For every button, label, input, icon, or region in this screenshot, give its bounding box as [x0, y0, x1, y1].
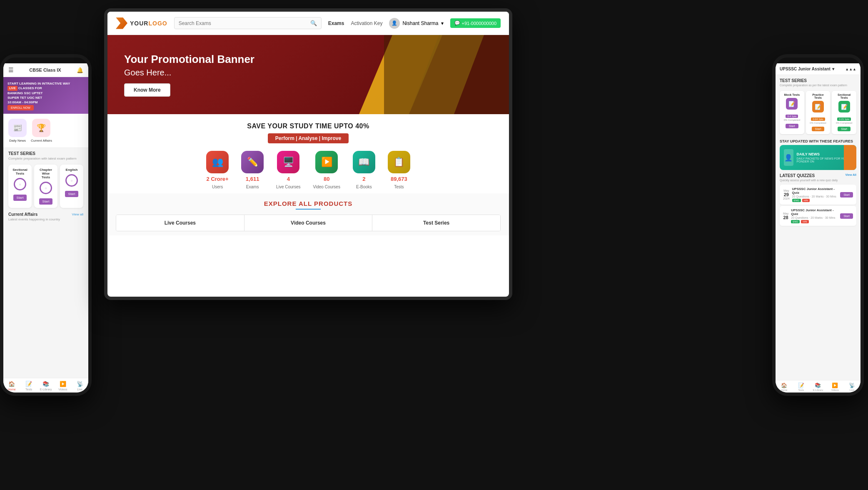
current-affairs-subtitle: Latest events happening in country: [3, 218, 88, 224]
phone-banner-left: START LEARNING IN INTRACTIVE WAY LIVE CL…: [3, 77, 88, 114]
activation-key-link[interactable]: Activation Key: [351, 20, 382, 26]
practice-tests-title: Practice Tests: [808, 93, 828, 99]
latest-quizzes-subtitle: Quickly assess yourself with a new quiz …: [776, 179, 861, 183]
rpn-elibrary[interactable]: 📚 E-Library: [810, 382, 827, 391]
quiz-1-start-btn[interactable]: Start: [840, 192, 853, 198]
quiz-2-start-btn[interactable]: Start: [840, 213, 853, 219]
rpn-live[interactable]: 📡 Live: [843, 382, 861, 391]
live-courses-label: Live Courses: [276, 185, 300, 189]
nav-videos[interactable]: ▶️ Videos: [54, 381, 71, 391]
chevron-down-icon: ▾: [832, 67, 834, 71]
nav-tests[interactable]: 📝 Tests: [20, 381, 37, 391]
nav-home[interactable]: 🏠 Home: [3, 381, 20, 391]
notification-icon[interactable]: 🔔: [77, 67, 83, 73]
rpn-home[interactable]: 🏠 Home: [776, 382, 793, 391]
right-test-subtitle: Complete preparation as per the latest e…: [776, 84, 861, 89]
hin-tag: HIN: [802, 199, 810, 202]
search-bar[interactable]: 🔍: [174, 17, 322, 29]
english-card[interactable]: English ○ Start: [60, 165, 83, 208]
exam-selector[interactable]: UPSSSC Junior Assistant ▾: [780, 67, 834, 71]
rpn-tests[interactable]: 📝 Tests: [793, 382, 810, 391]
phone-class-title: CBSE Class IX: [29, 68, 61, 72]
sectional-card[interactable]: Sectional Tests 📝 0-21 1pts 0% Completed…: [832, 91, 856, 134]
ebooks-label: E-Books: [356, 185, 372, 189]
current-affairs-label: Current Affairs: [31, 139, 52, 142]
view-all-link[interactable]: View all: [72, 212, 83, 216]
right-mobile-phone: UPSSSC Junior Assistant ▾ ▲▲▲ TEST SERIE…: [772, 54, 864, 396]
chapter-wise-circle: ○: [40, 182, 52, 194]
phone-number[interactable]: 💬 +91-0000000000: [450, 18, 501, 28]
daily-news-avatar: 👤: [784, 149, 793, 166]
ebooks-icon: 📖: [353, 151, 375, 173]
test-cards-row: Sectional Tests ○ Start Chapter Wise Tes…: [3, 163, 88, 210]
live-icon: 📡: [77, 381, 83, 387]
quiz-item-1[interactable]: May 29 2024 UPSSSC Junior Assistant - Qu…: [780, 185, 856, 205]
view-all-quizzes-link[interactable]: View All: [846, 173, 856, 176]
sectional-tests-card[interactable]: Sectional Tests ○ Start: [8, 165, 32, 208]
eng-tag-2: ENG: [791, 220, 800, 223]
sectional-progress: 0% Completed: [834, 122, 854, 124]
sectional-tests-name: Sectional Tests: [12, 168, 28, 175]
nav-live[interactable]: 📡 Live: [71, 381, 88, 391]
stat-tests: 📋 89,673 Tests: [388, 151, 410, 189]
video-courses-icon: ▶️: [315, 151, 338, 173]
elibrary-icon: 📚: [42, 381, 49, 387]
sectional-start-btn[interactable]: Start: [838, 127, 851, 131]
mock-tests-start-btn[interactable]: Start: [786, 124, 798, 128]
sectional-title: Sectional Tests: [834, 93, 854, 99]
stats-row: 👥 2 Crore+ Users ✏️ 1,611 Exams 🖥️ 4 Liv…: [116, 151, 501, 189]
sectional-badge: 0-21 1pts: [837, 118, 851, 121]
daily-news-card[interactable]: 👤 DAILY NEWS DAILY PACKETS OF NEWS FOR Y…: [780, 145, 856, 170]
logo-area: YOURLOGO: [116, 18, 167, 29]
product-tabs: Live Courses Video Courses Test Series: [116, 215, 501, 231]
quiz-1-date: May 29 2024: [783, 189, 790, 200]
current-affairs-icon: 🏆: [32, 119, 50, 137]
avatar: 👤: [389, 18, 400, 29]
website-content: YOURLOGO 🔍 Exams Activation Key 👤 Nishan…: [107, 12, 509, 297]
chapter-wise-start-btn[interactable]: Start: [39, 198, 53, 205]
search-input[interactable]: [179, 20, 308, 26]
quiz-1-info: UPSSSC Junior Assistant - Quiz 20 Questi…: [792, 187, 841, 202]
banner-text-area: Your Promotional Banner Goes Here... Kno…: [124, 52, 254, 97]
mock-tests-card[interactable]: Mock Tests 📝 0-4 1pts 0% Completed Start: [780, 91, 804, 134]
rpn-videos-icon: ▶️: [832, 382, 838, 388]
know-more-button[interactable]: Know More: [124, 83, 170, 97]
enroll-now-button[interactable]: ENROLL NOW: [7, 105, 34, 110]
practice-tests-progress: 0% Completed: [808, 122, 828, 124]
daily-news-icon-card[interactable]: 📰 Daily News: [8, 119, 27, 142]
eng-tag: ENG: [792, 199, 801, 202]
practice-tests-start-btn[interactable]: Start: [812, 127, 825, 131]
exams-icon: ✏️: [241, 151, 264, 173]
perform-badge: Perform | Analyse | Improve: [268, 133, 349, 143]
tab-test-series[interactable]: Test Series: [372, 215, 500, 231]
sectional-tests-start-btn[interactable]: Start: [13, 195, 27, 201]
test-series-title: TEST SERIES: [3, 148, 88, 157]
chapter-wise-tests-card[interactable]: Chapter Wise Tests ○ Start: [34, 165, 57, 208]
current-affairs-icon-card[interactable]: 🏆 Current Affairs: [31, 119, 52, 142]
features-title: STAY UPDATED WITH THESE FEATURES: [776, 136, 861, 145]
stat-live-courses: 🖥️ 4 Live Courses: [276, 151, 300, 189]
left-mobile-phone: ☰ CBSE Class IX 🔔 START LEARNING IN INTR…: [0, 54, 92, 396]
banner-subtitle: Goes Here...: [124, 68, 254, 78]
stats-section: SAVE YOUR STUDY TIME UPTO 40% Perform | …: [107, 114, 509, 193]
english-name: English: [63, 168, 80, 172]
users-count: 2 Crore+: [207, 176, 229, 182]
nav-elibrary[interactable]: 📚 E-Library: [37, 381, 55, 391]
exams-nav-item[interactable]: Exams: [328, 20, 344, 26]
monitor-frame: YOURLOGO 🔍 Exams Activation Key 👤 Nishan…: [104, 8, 512, 300]
menu-icon[interactable]: ☰: [8, 67, 14, 73]
mock-tests-badge: 0-4 1pts: [786, 115, 798, 118]
user-menu[interactable]: 👤 Nishant Sharma ▾: [389, 18, 443, 29]
quiz-item-2[interactable]: May 28 UPSSSC Junior Assistant - Quiz 20…: [780, 206, 856, 226]
english-start-btn[interactable]: Start: [65, 191, 79, 197]
quiz-2-date: May 28: [783, 212, 788, 220]
hin-tag-2: HIN: [801, 220, 808, 223]
rpn-tests-icon: 📝: [798, 382, 804, 388]
rpn-videos[interactable]: ▶️ Videos: [826, 382, 843, 391]
practice-tests-card[interactable]: Practice Tests 📝 0-94 1pts 0% Completed …: [806, 91, 831, 134]
tab-live-courses[interactable]: Live Courses: [116, 215, 244, 231]
tab-video-courses[interactable]: Video Courses: [244, 215, 373, 231]
explore-title: EXPLORE ALL PRODUCTS: [116, 200, 501, 207]
quiz-2-info: UPSSSC Junior Assistant - Quiz 20 Questi…: [791, 208, 840, 223]
phone-banner-text: START LEARNING IN INTRACTIVE WAY LIVE CL…: [7, 81, 84, 105]
